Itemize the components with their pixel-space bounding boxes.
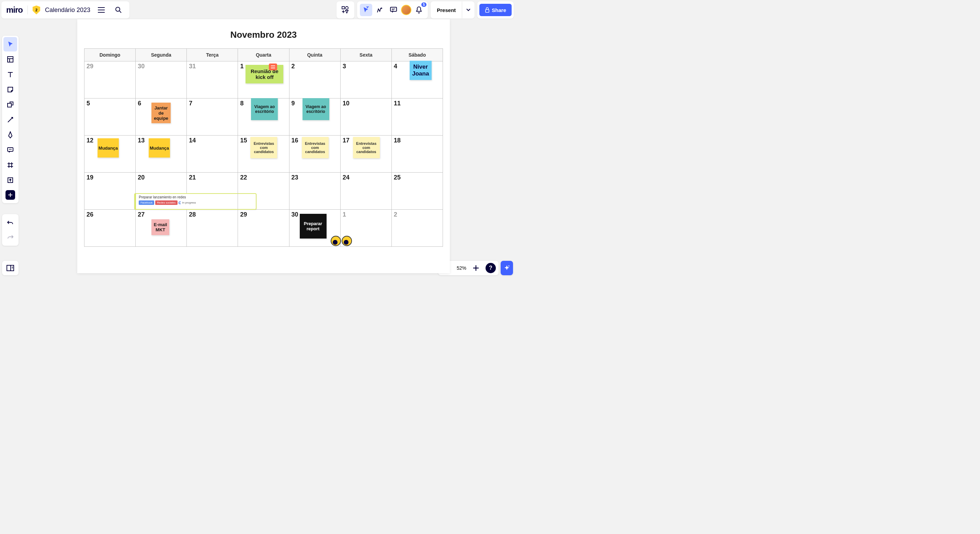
calendar-cell[interactable]: 4Niver Joana: [392, 62, 442, 98]
day-number: 18: [394, 137, 441, 144]
present-button[interactable]: Present: [431, 2, 462, 19]
calendar-cell[interactable]: 18: [392, 135, 442, 172]
calendar-cell[interactable]: 10: [340, 99, 392, 135]
board-title[interactable]: Calendário 2023: [45, 6, 90, 14]
calendar-cell[interactable]: 9Viagem ao escritório: [290, 99, 340, 135]
calendar-cell[interactable]: 13Mudança: [136, 135, 187, 172]
line-tool[interactable]: [3, 113, 17, 127]
calendar-cell[interactable]: 28: [187, 210, 238, 246]
collab-group: 5: [357, 2, 428, 19]
day-number: 2: [394, 211, 441, 218]
sticky-note[interactable]: Jantar de equipe: [151, 103, 171, 123]
sticky-note[interactable]: E-mail MKT: [151, 219, 169, 235]
calendar-cell[interactable]: 21: [187, 173, 238, 209]
calendar-cell[interactable]: 29: [238, 210, 289, 246]
calendar-cell[interactable]: 1: [340, 210, 392, 246]
calendar-cell[interactable]: 5: [84, 99, 136, 135]
present-group: Present: [431, 2, 474, 19]
calendar-cell[interactable]: 29: [84, 62, 136, 98]
present-dropdown[interactable]: [462, 2, 474, 19]
sticky-note[interactable]: Entrevistas com candidatos: [250, 137, 277, 158]
calendar-cell[interactable]: 31: [187, 62, 238, 98]
sticky-note[interactable]: Reunião de kick off: [245, 65, 283, 83]
day-number: 29: [86, 63, 133, 70]
zoom-in-button[interactable]: [470, 262, 482, 274]
svg-point-0: [116, 7, 120, 11]
svg-point-2: [345, 6, 348, 9]
calendar-cell[interactable]: 27E-mail MKT: [136, 210, 187, 246]
calendar-cell[interactable]: 7: [187, 99, 238, 135]
sticky-note[interactable]: Entrevistas com candidatos: [302, 137, 329, 158]
more-tools[interactable]: [5, 190, 15, 200]
sticky-note[interactable]: Viagem ao escritório: [251, 98, 278, 120]
svg-rect-1: [342, 6, 344, 9]
apps-icon[interactable]: [339, 4, 352, 16]
calendar-cell[interactable]: 12Mudança: [84, 135, 136, 172]
calendar-cell[interactable]: 11: [392, 99, 442, 135]
calendar-day-header: Quarta: [238, 49, 289, 61]
day-number: 11: [394, 100, 441, 107]
zoom-level[interactable]: 52%: [457, 265, 466, 271]
calendar-frame[interactable]: Novembro 2023 DomingoSegundaTerçaQuartaQ…: [77, 19, 450, 273]
calendar-day-header: Domingo: [84, 49, 136, 61]
share-button[interactable]: Share: [479, 4, 512, 16]
top-bar: miro 2 Calendário 2023: [2, 2, 514, 19]
sticky-tool[interactable]: [3, 83, 17, 97]
calendar-cell[interactable]: 8Viagem ao escritório: [238, 99, 289, 135]
redo-button[interactable]: [3, 230, 17, 244]
calendar-cell[interactable]: 3: [340, 62, 392, 98]
text-tool[interactable]: [3, 67, 17, 82]
plan-shield-icon[interactable]: 2: [33, 5, 40, 14]
pen-tool[interactable]: [3, 128, 17, 142]
day-number: 29: [240, 211, 287, 218]
sticky-note[interactable]: Viagem ao escritório: [302, 98, 329, 120]
sticky-note[interactable]: Mudança: [97, 138, 119, 157]
day-number: 20: [138, 174, 185, 181]
tag[interactable]: Facebook: [139, 200, 154, 205]
calendar-cell[interactable]: 23: [290, 173, 340, 209]
sticky-note[interactable]: Preparar report: [300, 214, 326, 238]
notifications-button[interactable]: 5: [413, 4, 425, 16]
ai-assist-button[interactable]: [501, 261, 513, 275]
frame-tool[interactable]: [3, 158, 17, 172]
templates-tool[interactable]: [3, 52, 17, 67]
calendar-cell[interactable]: 19: [84, 173, 136, 209]
comments-icon[interactable]: [387, 4, 400, 16]
calendar-cell[interactable]: 24: [340, 173, 392, 209]
upload-tool[interactable]: [3, 173, 17, 188]
search-button[interactable]: [112, 4, 125, 16]
calendar-cell[interactable]: 2: [392, 210, 442, 246]
main-menu-button[interactable]: [95, 4, 108, 16]
user-avatar[interactable]: [401, 5, 411, 15]
reactions-icon[interactable]: [374, 4, 386, 16]
calendar-cell[interactable]: 15Entrevistas com candidatos: [238, 135, 289, 172]
day-number: 30: [138, 63, 185, 70]
shapes-tool[interactable]: [3, 97, 17, 112]
calendar-cell[interactable]: 26: [84, 210, 136, 246]
panel-toggle-button[interactable]: [2, 261, 19, 275]
comment-icon[interactable]: [269, 64, 277, 70]
calendar-cell[interactable]: 30Preparar report: [290, 210, 340, 246]
select-tool[interactable]: [3, 37, 17, 51]
calendar-cell[interactable]: 30: [136, 62, 187, 98]
calendar-cell[interactable]: 1Reunião de kick off: [238, 62, 289, 98]
calendar-cell[interactable]: 20Preparar lanzamiento en redesFacebookR…: [136, 173, 187, 209]
undo-button[interactable]: [3, 216, 17, 230]
tag[interactable]: Redes sociales: [155, 200, 177, 205]
calendar-cell[interactable]: 16Entrevistas com candidatos: [290, 135, 340, 172]
calendar-cell[interactable]: 22: [238, 173, 289, 209]
help-button[interactable]: ?: [485, 263, 496, 273]
comment-tool[interactable]: [3, 143, 17, 157]
sticky-note[interactable]: Entrevistas com candidatos: [353, 137, 380, 158]
calendar-cell[interactable]: 6Jantar de equipe: [136, 99, 187, 135]
side-toolbar: [2, 36, 19, 203]
sticky-note[interactable]: Mudança: [149, 138, 170, 157]
calendar-cell[interactable]: 14: [187, 135, 238, 172]
calendar-cell[interactable]: 17Entrevistas com candidatos: [340, 135, 392, 172]
calendar-cell[interactable]: 2: [290, 62, 340, 98]
cursor-tool-icon[interactable]: [360, 4, 372, 16]
sticky-note[interactable]: Niver Joana: [410, 61, 432, 80]
logo[interactable]: miro: [6, 5, 23, 15]
calendar-day-header: Sábado: [392, 49, 442, 61]
calendar-cell[interactable]: 25: [392, 173, 442, 209]
